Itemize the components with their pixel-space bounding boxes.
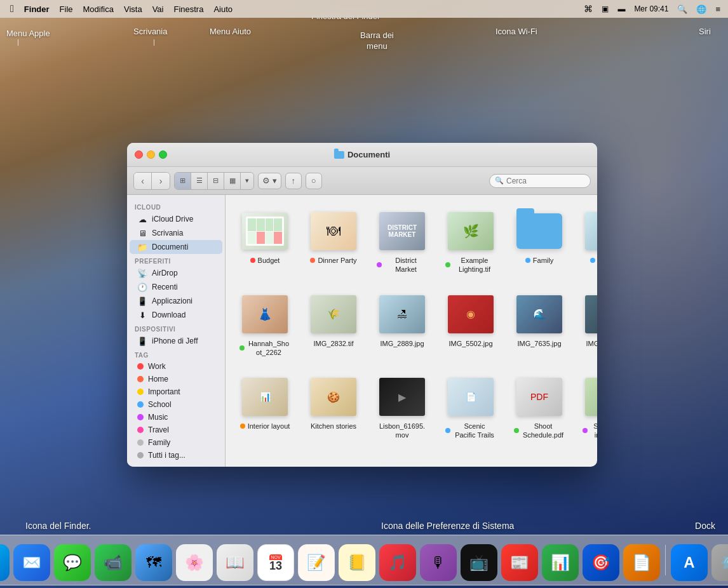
file-menu[interactable]: File: [55, 3, 78, 15]
spotlight-icon[interactable]: 🔍: [675, 3, 690, 15]
dock-messages[interactable]: 💬: [54, 544, 91, 581]
icon-view-button[interactable]: ⊞: [175, 173, 191, 189]
battery-icon[interactable]: ▬: [615, 3, 628, 15]
file-thumb-hannah: 👗: [239, 292, 290, 337]
dock-appstore[interactable]: A: [671, 544, 708, 581]
close-button[interactable]: [135, 150, 143, 159]
dock-news[interactable]: 📰: [501, 544, 538, 581]
file-dot-budget: [250, 258, 255, 263]
search-input[interactable]: [506, 177, 585, 185]
globe-icon[interactable]: 🌐: [694, 3, 709, 15]
sidebar-item-iphone[interactable]: 📱 iPhone di Jeff: [130, 334, 222, 348]
dock-reminders[interactable]: 📝: [298, 544, 335, 581]
file-item-img2832[interactable]: 🌾 IMG_2832.tif: [304, 288, 363, 361]
file-item-hannah[interactable]: 👗 Hannah_Shoot_2262: [236, 288, 294, 361]
dock-safari[interactable]: 🧭: [0, 544, 10, 581]
file-dot-interior: [240, 424, 245, 429]
finestra-menu[interactable]: Finestra: [168, 3, 208, 15]
display-icon[interactable]: ▣: [599, 3, 611, 15]
dock-calendar[interactable]: NOV 13: [257, 544, 294, 581]
file-item-kitchen[interactable]: 🍪 Kitchen stories: [304, 371, 363, 444]
list-view-button[interactable]: ☰: [191, 173, 208, 189]
share-button[interactable]: ↑: [285, 173, 302, 189]
apple-menu[interactable]: : [5, 2, 19, 16]
file-item-img2889[interactable]: 🏖 IMG_2889.jpg: [373, 288, 431, 361]
sidebar-item-tag-important[interactable]: Important: [130, 385, 222, 398]
action-button[interactable]: ⚙ ▾: [258, 173, 281, 189]
dock-pages[interactable]: 📄: [623, 544, 660, 581]
aiuto-menu[interactable]: Aiuto: [208, 3, 238, 15]
file-item-lighting[interactable]: 🌿 Example Lighting.tif: [442, 205, 500, 278]
dock-numbers[interactable]: 📊: [542, 544, 579, 581]
sidebar-item-airdrop[interactable]: 📡 AirDrop: [130, 266, 222, 280]
file-item-street[interactable]: 🍜 Street Food in Bangkok: [579, 371, 597, 444]
file-dot-lighting: [445, 262, 450, 267]
sidebar-item-scrivania[interactable]: 🖥 Scrivania: [130, 226, 222, 240]
sidebar-label-iphone: iPhone di Jeff: [152, 337, 198, 345]
modifica-menu[interactable]: Modifica: [78, 3, 119, 15]
file-label-img2889: IMG_2889.jpg: [380, 339, 424, 348]
sidebar-label-icloud-drive: iCloud Drive: [152, 215, 193, 224]
sidebar-item-tag-school[interactable]: School: [130, 398, 222, 411]
sidebar-item-download[interactable]: ⬇ Download: [130, 308, 222, 322]
file-label-shoot: Shoot Schedule.pdf: [514, 422, 565, 440]
sidebar-item-documenti[interactable]: 📁 Documenti: [130, 240, 222, 254]
file-item-budget[interactable]: Budget: [236, 205, 294, 278]
file-item-lisbon[interactable]: ▶ Lisbon_61695.mov: [373, 371, 431, 444]
dock-appletv[interactable]: 📺: [461, 544, 497, 581]
finder-menu[interactable]: Finder: [19, 3, 55, 15]
wifi-icon[interactable]: ⌘: [581, 3, 595, 15]
sidebar-item-recenti[interactable]: 🕐 Recenti: [130, 280, 222, 294]
dock-systemprefs[interactable]: ⚙️: [711, 544, 728, 581]
sidebar-item-applicazioni[interactable]: 📱 Applicazioni: [130, 294, 222, 308]
dock-keynote[interactable]: 🎯: [583, 544, 619, 581]
sidebar-label-music: Music: [148, 413, 168, 422]
file-item-img7635[interactable]: 🌊 IMG_7635.jpg: [510, 288, 569, 361]
gallery-view-button[interactable]: ▦: [224, 173, 241, 189]
dock-facetime[interactable]: 📹: [95, 544, 131, 581]
file-thumb-img2832: 🌾: [308, 292, 359, 337]
download-icon: ⬇: [137, 310, 147, 320]
vai-menu[interactable]: Vai: [147, 3, 169, 15]
forward-button[interactable]: ›: [152, 173, 170, 189]
sidebar-item-tag-home[interactable]: Home: [130, 373, 222, 385]
column-view-button[interactable]: ⊟: [208, 173, 224, 189]
sidebar-item-icloud-drive[interactable]: ☁ iCloud Drive: [130, 212, 222, 226]
file-item-scenic[interactable]: 📄 Scenic Pacific Trails: [442, 371, 500, 444]
back-button[interactable]: ‹: [134, 173, 152, 189]
file-item-dinner[interactable]: 🍽 Dinner Party: [304, 205, 363, 278]
minimize-button[interactable]: [147, 150, 155, 159]
sidebar-item-tag-music[interactable]: Music: [130, 411, 222, 424]
sidebar-item-tag-all[interactable]: Tutti i tag...: [130, 449, 222, 462]
file-item-family[interactable]: Family: [510, 205, 569, 278]
dock-photos[interactable]: 🌸: [176, 544, 213, 581]
dock-maps[interactable]: 🗺: [135, 544, 172, 581]
dock-podcasts[interactable]: 🎙: [420, 544, 457, 581]
file-item-img5502[interactable]: ◉ IMG_5502.jpg: [442, 288, 500, 361]
file-label-img7932: IMG_7932.jpg: [586, 339, 597, 348]
file-label-street: Street Food in Bangkok: [583, 422, 597, 440]
file-item-img7932[interactable]: 🏔 IMG_7932.jpg: [579, 288, 597, 361]
dock-music[interactable]: 🎵: [379, 544, 416, 581]
view-options-button[interactable]: ▾: [241, 173, 253, 189]
maximize-button[interactable]: [159, 150, 167, 159]
view-controls: ⊞ ☰ ⊟ ▦ ▾: [174, 172, 254, 190]
file-item-shoot[interactable]: PDF Shoot Schedule.pdf: [510, 371, 569, 444]
file-grid: Budget 🍽 Dinner Party DISTRICTMARKET: [226, 195, 597, 467]
tag-dot-family: [137, 439, 144, 446]
search-bar[interactable]: 🔍: [489, 174, 591, 188]
file-item-interior[interactable]: 📊 Interior layout: [236, 371, 294, 444]
vista-menu[interactable]: Vista: [119, 3, 147, 15]
file-label-interior: Interior layout: [240, 422, 290, 431]
sidebar-item-tag-travel[interactable]: Travel: [130, 424, 222, 436]
dock-contacts[interactable]: 📖: [217, 544, 253, 581]
dock-notes[interactable]: 📒: [339, 544, 375, 581]
control-center-icon[interactable]: ≡: [713, 3, 723, 15]
sidebar-item-tag-family[interactable]: Family: [130, 436, 222, 449]
tag-button[interactable]: ○: [306, 173, 322, 189]
sidebar-label-documenti: Documenti: [152, 243, 188, 251]
file-item-district[interactable]: DISTRICTMARKET District Market: [373, 205, 431, 278]
dock-mail[interactable]: ✉️: [13, 544, 50, 581]
sidebar-item-tag-work[interactable]: Work: [130, 360, 222, 373]
file-item-farm[interactable]: 🌲 Farm.jpg: [579, 205, 597, 278]
